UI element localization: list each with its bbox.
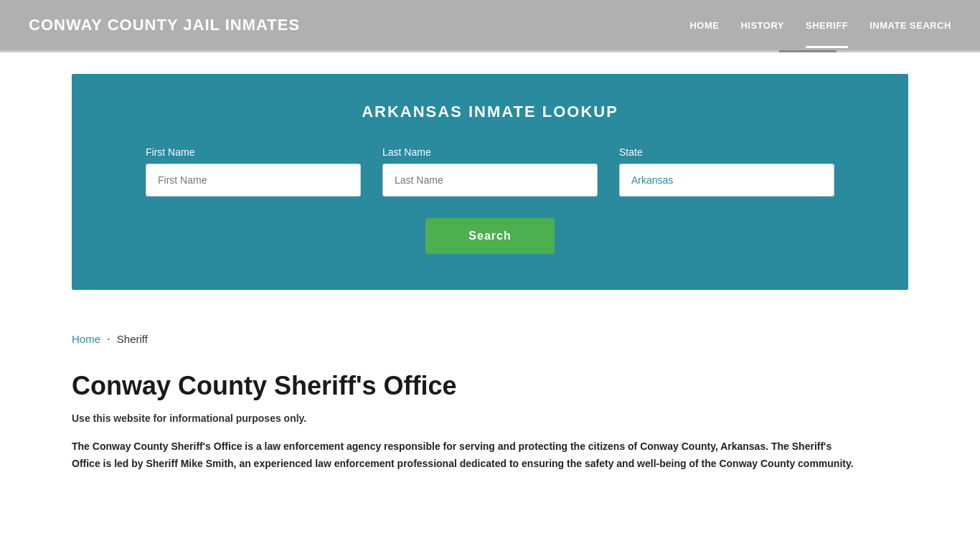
lookup-title: ARKANSAS INMATE LOOKUP — [115, 103, 865, 121]
page-title: Conway County Sheriff's Office — [72, 370, 908, 401]
description-text: The Conway County Sheriff's Office is a … — [72, 438, 861, 473]
first-name-group: First Name — [146, 146, 361, 197]
breadcrumb-separator: • — [108, 336, 110, 342]
search-fields-container: First Name Last Name State — [115, 146, 865, 197]
site-title: CONWAY COUNTY JAIL INMATES — [29, 16, 300, 34]
search-button-container: Search — [115, 218, 865, 254]
breadcrumb: Home • Sheriff — [72, 333, 908, 345]
site-header: CONWAY COUNTY JAIL INMATES HOME HISTORY … — [0, 0, 980, 50]
header-divider — [0, 50, 980, 52]
nav-home[interactable]: HOME — [689, 20, 719, 31]
nav-sheriff[interactable]: SHERIFF — [806, 20, 848, 31]
nav-history[interactable]: HISTORY — [740, 20, 784, 31]
main-content: Home • Sheriff Conway County Sheriff's O… — [0, 311, 980, 501]
last-name-input[interactable] — [382, 164, 598, 197]
search-button[interactable]: Search — [425, 218, 554, 254]
last-name-label: Last Name — [382, 146, 598, 158]
breadcrumb-home-link[interactable]: Home — [72, 333, 100, 345]
state-input[interactable] — [619, 164, 834, 197]
inmate-lookup-section: ARKANSAS INMATE LOOKUP First Name Last N… — [72, 74, 908, 290]
main-nav: HOME HISTORY SHERIFF INMATE SEARCH — [689, 20, 951, 31]
first-name-input[interactable] — [146, 164, 361, 197]
first-name-label: First Name — [146, 146, 361, 158]
breadcrumb-current-page: Sheriff — [117, 333, 148, 345]
last-name-group: Last Name — [382, 146, 598, 197]
state-group: State — [619, 146, 834, 197]
info-note: Use this website for informational purpo… — [72, 413, 908, 424]
nav-inmate-search[interactable]: INMATE SEARCH — [870, 20, 951, 31]
state-label: State — [619, 146, 834, 158]
